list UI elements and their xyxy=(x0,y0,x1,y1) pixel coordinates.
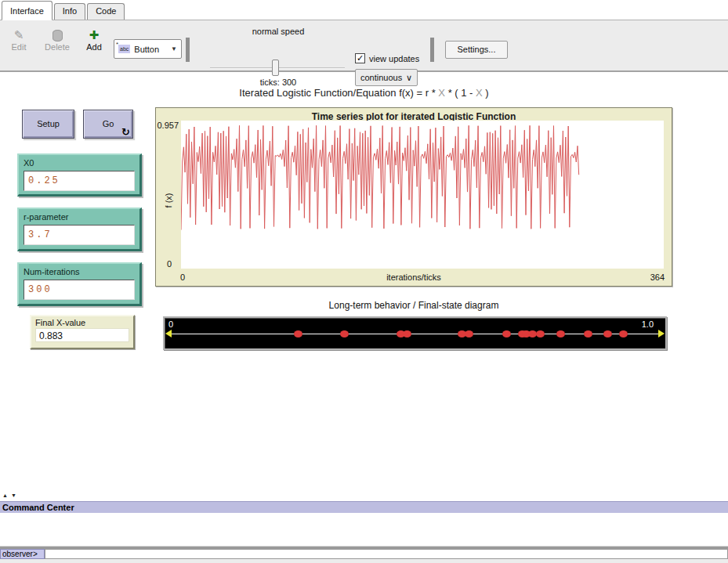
view-scale-min: 0 xyxy=(168,319,173,329)
y-axis-min: 0 xyxy=(156,259,172,269)
chevron-down-icon: ▼ xyxy=(171,45,177,52)
num-iterations-field[interactable] xyxy=(24,280,135,300)
x0-field[interactable] xyxy=(24,171,135,191)
monitor-final-x-value: Final X-value 0.883 xyxy=(30,315,135,349)
final-state-title: Long-term behavior / Final-state diagram xyxy=(155,300,672,311)
x-axis: 0 iterations/ticks 364 xyxy=(156,271,672,285)
delete-icon xyxy=(53,30,63,42)
command-center-header: Command Center xyxy=(0,501,728,513)
widget-type-value: Button xyxy=(134,45,159,54)
input-label: Num-iterations xyxy=(24,267,135,276)
final-state-point xyxy=(502,330,511,337)
final-state-point xyxy=(294,330,302,337)
command-center-resize-buttons[interactable]: ▲▼ xyxy=(2,493,20,498)
toolbar: ✎ Edit Delete ✚ Add * abc Button ▼ norma… xyxy=(0,20,728,72)
edit-button[interactable]: ✎ Edit xyxy=(6,28,31,52)
setup-button[interactable]: Setup xyxy=(22,110,74,139)
y-axis-max: 0.957 xyxy=(156,121,179,130)
x-axis-label: iterations/ticks xyxy=(156,272,672,282)
command-input[interactable] xyxy=(45,549,728,559)
pencil-icon: ✎ xyxy=(6,28,31,42)
add-label: Add xyxy=(86,42,102,52)
plus-icon: ✚ xyxy=(80,28,108,42)
chevron-down-icon: ∨ xyxy=(406,73,412,83)
view-scale-max: 1.0 xyxy=(642,319,654,329)
speed-label: normal speed xyxy=(200,27,357,36)
model-title: Iterated Logistic Function/Equation f(x)… xyxy=(0,87,728,99)
button-widget-icon: * abc xyxy=(118,45,130,53)
input-widget-r-parameter: r-parameter xyxy=(17,208,142,251)
observer-prompt[interactable]: observer> xyxy=(0,549,45,559)
command-center-output xyxy=(0,513,728,547)
r-parameter-field[interactable] xyxy=(24,225,135,245)
update-mode-dropdown[interactable]: continuous ∨ xyxy=(355,69,418,86)
bottom-strip xyxy=(0,559,728,563)
settings-button[interactable]: Settings... xyxy=(445,41,508,59)
delete-label: Delete xyxy=(45,42,70,52)
toolbar-separator xyxy=(186,38,190,62)
forever-icon: ↻ xyxy=(121,127,130,137)
tab-bar: Interface Info Code xyxy=(0,0,728,20)
monitor-label: Final X-value xyxy=(35,318,129,327)
y-axis-label: f (x) xyxy=(164,185,173,216)
input-widget-num-iterations: Num-iterations xyxy=(17,262,142,306)
final-state-point xyxy=(403,330,411,337)
up-triangle-icon: ▲ xyxy=(2,493,11,498)
final-state-point xyxy=(536,330,545,337)
plot-canvas xyxy=(181,121,664,269)
final-state-point xyxy=(556,330,565,337)
toolbar-separator xyxy=(430,38,434,62)
input-label: r-parameter xyxy=(24,212,135,222)
input-widget-x0: X0 xyxy=(17,153,142,197)
x-axis-max: 364 xyxy=(650,272,665,282)
ticks-counter: ticks: 300 xyxy=(200,78,357,87)
monitor-value: 0.883 xyxy=(35,328,129,342)
add-button[interactable]: ✚ Add xyxy=(80,28,108,52)
input-label: X0 xyxy=(24,158,135,168)
tab-info[interactable]: Info xyxy=(54,3,85,20)
widget-type-dropdown[interactable]: * abc Button ▼ xyxy=(114,39,182,59)
go-button[interactable]: Go ↻ xyxy=(83,110,133,139)
edit-label: Edit xyxy=(12,42,27,52)
tab-interface[interactable]: Interface xyxy=(2,1,53,20)
view-updates-row: ✓ view updates xyxy=(355,53,419,63)
final-state-point xyxy=(603,330,612,337)
tab-code[interactable]: Code xyxy=(87,3,125,20)
final-state-point xyxy=(465,330,473,337)
view-updates-label: view updates xyxy=(369,54,419,63)
view-updates-checkbox[interactable]: ✓ xyxy=(355,53,365,63)
update-mode-value: continuous xyxy=(360,73,402,82)
down-triangle-icon: ▼ xyxy=(11,493,20,498)
final-state-point xyxy=(619,330,628,337)
netlogo-window: Interface Info Code ✎ Edit Delete ✚ Add … xyxy=(0,0,728,563)
final-state-point xyxy=(584,330,592,337)
right-arrowhead-icon xyxy=(658,330,665,337)
time-series-plot: Time series plot for iterated Logistic F… xyxy=(155,107,672,287)
left-arrowhead-icon xyxy=(165,330,172,337)
delete-button[interactable]: Delete xyxy=(41,28,74,52)
world-view-final-state[interactable]: 0 1.0 xyxy=(163,316,667,350)
final-state-point xyxy=(340,330,349,337)
speed-slider-handle[interactable] xyxy=(272,60,279,76)
command-row: observer> xyxy=(0,549,728,559)
